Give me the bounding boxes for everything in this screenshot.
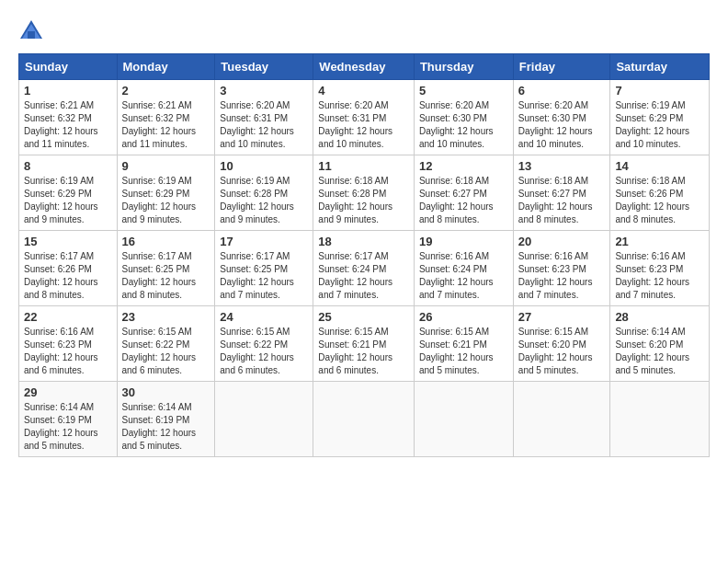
weekday-header-cell: Saturday xyxy=(610,54,710,80)
day-number: 17 xyxy=(220,235,308,248)
daylight-label: Daylight: 12 hours and 8 minutes. xyxy=(419,201,494,224)
day-info: Sunrise: 6:15 AM Sunset: 6:21 PM Dayligh… xyxy=(318,326,409,377)
calendar-cell: 10 Sunrise: 6:19 AM Sunset: 6:28 PM Dayl… xyxy=(215,155,313,231)
calendar-cell: 21 Sunrise: 6:16 AM Sunset: 6:23 PM Dayl… xyxy=(610,231,710,306)
calendar-cell xyxy=(215,382,313,457)
day-number: 24 xyxy=(220,310,308,324)
calendar-cell: 2 Sunrise: 6:21 AM Sunset: 6:32 PM Dayli… xyxy=(117,80,215,155)
sunrise-label: Sunrise: 6:19 AM xyxy=(220,176,290,186)
daylight-label: Daylight: 12 hours and 7 minutes. xyxy=(318,277,392,300)
daylight-label: Daylight: 12 hours and 7 minutes. xyxy=(615,277,689,300)
sunrise-label: Sunrise: 6:16 AM xyxy=(615,251,685,261)
day-number: 11 xyxy=(318,159,409,173)
day-number: 6 xyxy=(518,84,606,98)
sunset-label: Sunset: 6:23 PM xyxy=(615,264,683,274)
sunset-label: Sunset: 6:28 PM xyxy=(220,189,288,199)
logo-icon xyxy=(18,18,44,44)
sunrise-label: Sunrise: 6:17 AM xyxy=(318,251,388,261)
calendar-cell: 12 Sunrise: 6:18 AM Sunset: 6:27 PM Dayl… xyxy=(414,155,513,231)
sunrise-label: Sunrise: 6:17 AM xyxy=(220,251,290,261)
weekday-header-cell: Wednesday xyxy=(313,54,415,80)
calendar-week-row: 22 Sunrise: 6:16 AM Sunset: 6:23 PM Dayl… xyxy=(19,306,710,382)
sunrise-label: Sunrise: 6:18 AM xyxy=(615,176,685,186)
day-number: 25 xyxy=(318,310,409,324)
calendar-cell xyxy=(610,382,710,457)
calendar-cell: 3 Sunrise: 6:20 AM Sunset: 6:31 PM Dayli… xyxy=(215,80,313,155)
sunrise-label: Sunrise: 6:15 AM xyxy=(122,327,192,337)
calendar-cell xyxy=(513,382,610,457)
day-info: Sunrise: 6:14 AM Sunset: 6:19 PM Dayligh… xyxy=(24,401,112,453)
sunset-label: Sunset: 6:29 PM xyxy=(615,113,683,123)
day-number: 9 xyxy=(122,159,210,173)
day-info: Sunrise: 6:19 AM Sunset: 6:29 PM Dayligh… xyxy=(24,175,112,226)
sunset-label: Sunset: 6:19 PM xyxy=(122,415,190,425)
sunset-label: Sunset: 6:29 PM xyxy=(24,189,92,199)
day-info: Sunrise: 6:16 AM Sunset: 6:23 PM Dayligh… xyxy=(24,326,112,377)
sunrise-label: Sunrise: 6:16 AM xyxy=(518,251,588,261)
day-info: Sunrise: 6:19 AM Sunset: 6:29 PM Dayligh… xyxy=(122,175,210,226)
daylight-label: Daylight: 12 hours and 5 minutes. xyxy=(122,428,197,451)
daylight-label: Daylight: 12 hours and 10 minutes. xyxy=(518,126,593,149)
day-number: 12 xyxy=(419,159,508,173)
sunset-label: Sunset: 6:31 PM xyxy=(220,113,288,123)
day-info: Sunrise: 6:15 AM Sunset: 6:22 PM Dayligh… xyxy=(122,326,210,377)
sunset-label: Sunset: 6:21 PM xyxy=(419,339,487,350)
day-number: 23 xyxy=(122,310,210,324)
daylight-label: Daylight: 12 hours and 10 minutes. xyxy=(615,126,689,149)
day-number: 30 xyxy=(122,385,210,399)
daylight-label: Daylight: 12 hours and 6 minutes. xyxy=(122,352,197,375)
calendar-week-row: 8 Sunrise: 6:19 AM Sunset: 6:29 PM Dayli… xyxy=(19,155,710,231)
day-info: Sunrise: 6:19 AM Sunset: 6:29 PM Dayligh… xyxy=(615,99,704,151)
calendar: SundayMondayTuesdayWednesdayThursdayFrid… xyxy=(18,53,710,457)
calendar-cell: 7 Sunrise: 6:19 AM Sunset: 6:29 PM Dayli… xyxy=(610,80,710,155)
calendar-cell: 29 Sunrise: 6:14 AM Sunset: 6:19 PM Dayl… xyxy=(19,382,118,457)
sunrise-label: Sunrise: 6:14 AM xyxy=(122,402,192,412)
day-number: 3 xyxy=(220,84,308,98)
sunset-label: Sunset: 6:19 PM xyxy=(24,415,92,425)
day-number: 27 xyxy=(518,310,606,324)
daylight-label: Daylight: 12 hours and 7 minutes. xyxy=(419,277,494,300)
calendar-cell: 24 Sunrise: 6:15 AM Sunset: 6:22 PM Dayl… xyxy=(215,306,313,382)
sunset-label: Sunset: 6:25 PM xyxy=(122,264,190,274)
sunset-label: Sunset: 6:20 PM xyxy=(518,339,586,350)
weekday-header-cell: Monday xyxy=(117,54,215,80)
daylight-label: Daylight: 12 hours and 7 minutes. xyxy=(220,277,294,300)
sunset-label: Sunset: 6:26 PM xyxy=(24,264,92,274)
day-number: 18 xyxy=(318,235,409,248)
daylight-label: Daylight: 12 hours and 6 minutes. xyxy=(318,352,392,375)
sunset-label: Sunset: 6:25 PM xyxy=(220,264,288,274)
calendar-cell: 23 Sunrise: 6:15 AM Sunset: 6:22 PM Dayl… xyxy=(117,306,215,382)
calendar-cell: 1 Sunrise: 6:21 AM Sunset: 6:32 PM Dayli… xyxy=(19,80,118,155)
calendar-cell: 27 Sunrise: 6:15 AM Sunset: 6:20 PM Dayl… xyxy=(513,306,610,382)
sunrise-label: Sunrise: 6:20 AM xyxy=(419,100,489,110)
sunrise-label: Sunrise: 6:16 AM xyxy=(24,327,94,337)
daylight-label: Daylight: 12 hours and 9 minutes. xyxy=(318,201,392,224)
day-number: 10 xyxy=(220,159,308,173)
weekday-header-cell: Thursday xyxy=(414,54,513,80)
sunrise-label: Sunrise: 6:15 AM xyxy=(318,327,388,337)
daylight-label: Daylight: 12 hours and 7 minutes. xyxy=(518,277,593,300)
daylight-label: Daylight: 12 hours and 10 minutes. xyxy=(318,126,392,149)
sunset-label: Sunset: 6:23 PM xyxy=(518,264,586,274)
day-number: 4 xyxy=(318,84,409,98)
sunset-label: Sunset: 6:30 PM xyxy=(419,113,487,123)
logo xyxy=(18,18,48,44)
daylight-label: Daylight: 12 hours and 6 minutes. xyxy=(24,352,98,375)
calendar-cell: 18 Sunrise: 6:17 AM Sunset: 6:24 PM Dayl… xyxy=(313,231,415,306)
day-info: Sunrise: 6:15 AM Sunset: 6:22 PM Dayligh… xyxy=(220,326,308,377)
sunset-label: Sunset: 6:26 PM xyxy=(615,189,683,199)
sunset-label: Sunset: 6:30 PM xyxy=(518,113,586,123)
calendar-cell: 28 Sunrise: 6:14 AM Sunset: 6:20 PM Dayl… xyxy=(610,306,710,382)
day-info: Sunrise: 6:20 AM Sunset: 6:31 PM Dayligh… xyxy=(220,99,308,151)
sunrise-label: Sunrise: 6:20 AM xyxy=(220,100,290,110)
day-info: Sunrise: 6:18 AM Sunset: 6:27 PM Dayligh… xyxy=(419,175,508,226)
sunrise-label: Sunrise: 6:21 AM xyxy=(24,100,94,110)
sunset-label: Sunset: 6:29 PM xyxy=(122,189,190,199)
day-info: Sunrise: 6:16 AM Sunset: 6:24 PM Dayligh… xyxy=(419,250,508,302)
day-info: Sunrise: 6:18 AM Sunset: 6:28 PM Dayligh… xyxy=(318,175,409,226)
day-info: Sunrise: 6:17 AM Sunset: 6:24 PM Dayligh… xyxy=(318,250,409,302)
calendar-cell xyxy=(313,382,415,457)
daylight-label: Daylight: 12 hours and 5 minutes. xyxy=(518,352,593,375)
calendar-cell: 5 Sunrise: 6:20 AM Sunset: 6:30 PM Dayli… xyxy=(414,80,513,155)
sunrise-label: Sunrise: 6:19 AM xyxy=(122,176,192,186)
